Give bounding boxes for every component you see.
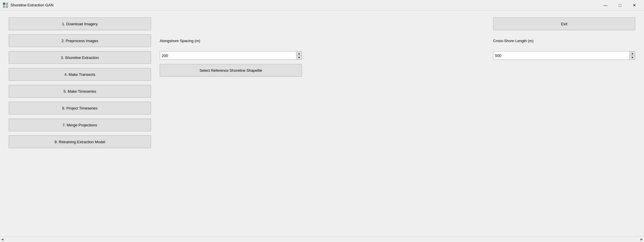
steps-column: 1. Download Imagery 2. Preprocess Images…: [9, 17, 151, 148]
horizontal-scrollbar: ◀ ▶: [0, 236, 644, 242]
app-window: Shoreline Extraction GAN — □ ✕ 1. Downlo…: [0, 0, 644, 242]
title-bar-left: Shoreline Extraction GAN: [3, 3, 53, 8]
step8-button[interactable]: 8. Retraining Extraction Model: [9, 135, 151, 148]
step6-button[interactable]: 6. Project Timeseries: [9, 102, 151, 114]
cross-shore-spin-down[interactable]: ▼: [630, 56, 635, 60]
step5-button[interactable]: 5. Make Timeseries: [9, 85, 151, 98]
minimize-button[interactable]: —: [599, 1, 612, 9]
controls-area: Alongshore Spacing (m) ▲ ▼ Select Refere…: [160, 17, 635, 148]
svg-rect-2: [3, 6, 5, 8]
cross-shore-label: Cross-Shore Length (m): [493, 34, 635, 47]
window-title: Shoreline Extraction GAN: [10, 3, 53, 7]
cross-shore-spinbox: ▲ ▼: [493, 51, 635, 60]
svg-rect-3: [6, 6, 8, 8]
step4-button[interactable]: 4. Make Transects: [9, 68, 151, 81]
svg-rect-0: [3, 3, 5, 5]
maximize-button[interactable]: □: [613, 1, 627, 9]
alongshore-input[interactable]: [160, 51, 296, 60]
title-bar: Shoreline Extraction GAN — □ ✕: [0, 0, 644, 10]
step3-button[interactable]: 3. Shoreline Extraction: [9, 51, 151, 64]
right-controls: Exit Cross-Shore Length (m) ▲ ▼: [402, 17, 635, 148]
step7-button[interactable]: 7. Merge Projections: [9, 119, 151, 131]
main-layout: 1. Download Imagery 2. Preprocess Images…: [0, 10, 644, 148]
svg-rect-1: [6, 3, 8, 5]
cross-shore-arrows: ▲ ▼: [629, 51, 635, 60]
window-controls: — □ ✕: [599, 1, 641, 9]
middle-controls: Alongshore Spacing (m) ▲ ▼ Select Refere…: [160, 17, 393, 148]
alongshore-spin-up[interactable]: ▲: [296, 51, 302, 56]
cross-shore-input[interactable]: [493, 51, 629, 60]
alongshore-label: Alongshore Spacing (m): [160, 34, 393, 47]
step1-button[interactable]: 1. Download Imagery: [9, 17, 151, 30]
content-area: 1. Download Imagery 2. Preprocess Images…: [9, 17, 635, 148]
cross-shore-spin-up[interactable]: ▲: [630, 51, 635, 56]
alongshore-spinbox: ▲ ▼: [160, 51, 302, 60]
step2-button[interactable]: 2. Preprocess Images: [9, 34, 151, 47]
alongshore-spin-down[interactable]: ▼: [296, 56, 302, 60]
spacer-1: [160, 17, 393, 30]
exit-button[interactable]: Exit: [493, 17, 635, 30]
scroll-right-arrow[interactable]: ▶: [641, 238, 643, 241]
close-button[interactable]: ✕: [628, 1, 641, 9]
alongshore-arrows: ▲ ▼: [296, 51, 302, 60]
scroll-left-arrow[interactable]: ◀: [1, 238, 3, 241]
app-icon: [3, 3, 8, 8]
select-ref-button[interactable]: Select Reference Shoreline Shapefile: [160, 64, 302, 77]
